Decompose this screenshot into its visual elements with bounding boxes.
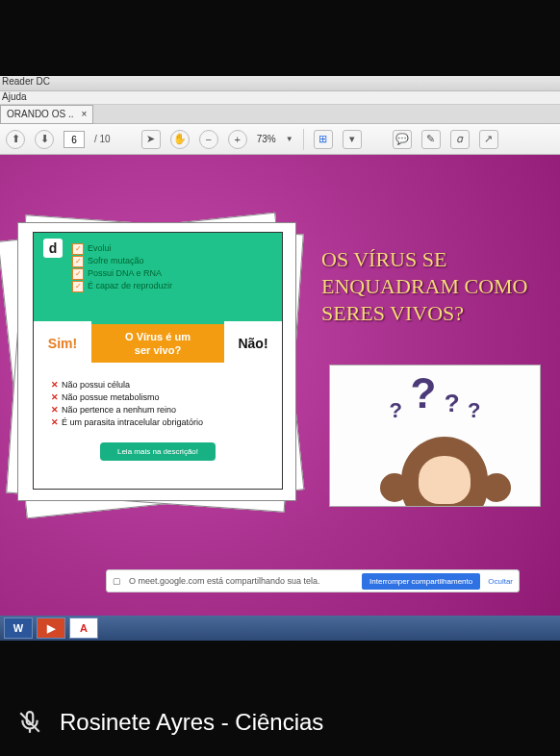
taskbar-autocad-icon[interactable]: A xyxy=(69,617,98,639)
comment-button[interactable]: 💬 xyxy=(393,130,412,149)
toolbar: ⬆ ⬇ 6 / 10 ➤ ✋ − + 73% ▼ ⊞ ▾ 💬 ✎ ɑ ↗ xyxy=(0,124,560,155)
top-black-bar xyxy=(0,0,560,76)
taskbar-word-icon[interactable]: W xyxy=(4,617,33,639)
virus-card: d Evolui Sofre mutação Possui DNA e RNA … xyxy=(33,232,283,490)
pdf-reader-window: Reader DC Ajuda ORANDO OS .. × ⬆ ⬇ 6 / 1… xyxy=(0,76,560,616)
zoom-dropdown-icon[interactable]: ▼ xyxy=(286,135,293,143)
qmark-icon: ? xyxy=(468,398,480,423)
video-call-caption: Rosinete Ayres - Ciências xyxy=(0,689,560,756)
center-line1: O Vírus é um xyxy=(95,330,220,343)
toolbar-divider xyxy=(303,129,304,150)
page-total: / 10 xyxy=(94,134,111,144)
hand-tool-button[interactable]: ✋ xyxy=(170,130,190,149)
card-bottom-white: Não possui célula Não possue metabolismo… xyxy=(34,365,282,489)
participant-name: Rosinete Ayres - Ciências xyxy=(60,709,323,736)
mic-muted-icon xyxy=(17,710,42,735)
qmark-icon: ? xyxy=(410,369,436,417)
question-clipart: ? ? ? ? xyxy=(329,365,541,507)
menu-bar[interactable]: Ajuda xyxy=(0,91,560,105)
infographic-stack: d Evolui Sofre mutação Possui DNA e RNA … xyxy=(10,222,298,511)
share-indicator-icon: ▢ xyxy=(113,576,121,586)
presentation-button[interactable]: ▾ xyxy=(343,130,362,149)
yes-item: Sofre mutação xyxy=(72,255,172,267)
windows-taskbar: W ▶ A xyxy=(0,616,560,641)
zoom-out-button[interactable]: − xyxy=(199,130,218,149)
zoom-in-button[interactable]: + xyxy=(228,130,247,149)
question-marks: ? ? ? ? xyxy=(330,369,540,417)
no-item: Não pertence a nenhum reino xyxy=(51,404,265,416)
d-logo-icon: d xyxy=(43,239,63,258)
no-item: Não possui célula xyxy=(51,379,265,391)
yes-item: É capaz de reproduzir xyxy=(72,280,172,292)
face-shape xyxy=(419,456,471,504)
yes-reasons-list: Evolui Sofre mutação Possui DNA e RNA É … xyxy=(72,242,172,292)
tab-label: ORANDO OS .. xyxy=(7,109,73,119)
zoom-level[interactable]: 73% xyxy=(257,134,276,144)
no-item: Não possue metabolismo xyxy=(51,391,265,404)
fit-page-button[interactable]: ⊞ xyxy=(314,130,333,149)
share-message: O meet.google.com está compartilhando su… xyxy=(129,576,354,586)
page-up-button[interactable]: ⬆ xyxy=(6,130,25,149)
document-tab[interactable]: ORANDO OS .. × xyxy=(0,105,93,124)
nao-label: Não! xyxy=(224,321,282,365)
page-number-input[interactable]: 6 xyxy=(64,131,85,148)
tab-close-icon[interactable]: × xyxy=(81,109,87,119)
taskbar-powerpoint-icon[interactable]: ▶ xyxy=(37,617,65,639)
slide-title: OS VÍRUS SE ENQUADRAM COMO SERES VIVOS? xyxy=(321,246,543,327)
yes-item: Evolui xyxy=(72,242,172,255)
hide-bar-link[interactable]: Ocultar xyxy=(488,577,513,586)
tab-row: ORANDO OS .. × xyxy=(0,105,560,124)
stop-sharing-button[interactable]: Interromper compartilhamento xyxy=(362,573,480,590)
middle-band: Sim! O Vírus é um ser vivo? Não! xyxy=(34,321,282,365)
no-item: É um parasita intracelular obrigatório xyxy=(51,416,265,429)
page-down-button[interactable]: ⬇ xyxy=(35,130,54,149)
qmark-icon: ? xyxy=(445,389,460,418)
center-question: O Vírus é um ser vivo? xyxy=(91,324,224,363)
pdf-page-content: d Evolui Sofre mutação Possui DNA e RNA … xyxy=(0,155,560,616)
pointer-tool-button[interactable]: ➤ xyxy=(141,130,161,149)
sign-button[interactable]: ✎ xyxy=(421,130,441,149)
center-line2: ser vivo? xyxy=(95,343,220,357)
yes-item: Possui DNA e RNA xyxy=(72,267,172,280)
no-reasons-list: Não possui célula Não possue metabolismo… xyxy=(51,379,265,429)
highlight-button[interactable]: ɑ xyxy=(450,130,470,149)
share-button[interactable]: ↗ xyxy=(479,130,498,149)
read-more-button[interactable]: Leia mais na descrição! xyxy=(100,442,216,461)
screen-share-bar: ▢ O meet.google.com está compartilhando … xyxy=(106,569,520,592)
window-titlebar: Reader DC xyxy=(0,76,560,91)
sim-label: Sim! xyxy=(34,321,91,365)
qmark-icon: ? xyxy=(389,398,401,423)
